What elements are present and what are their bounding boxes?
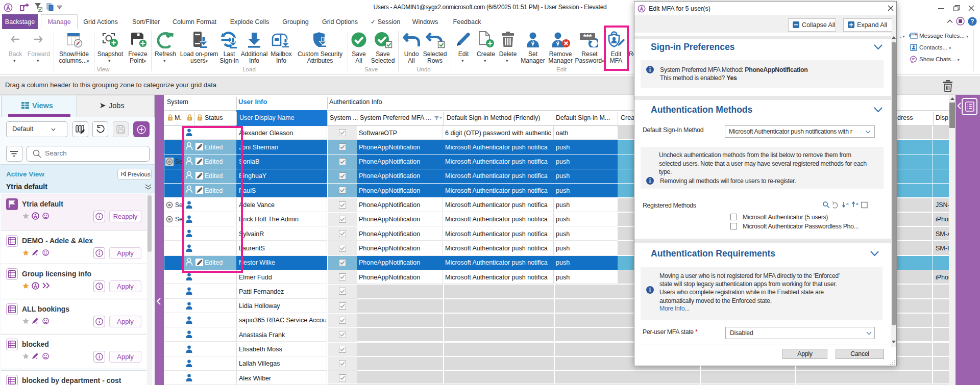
svg-text:a: a (846, 201, 849, 206)
svg-text:***: *** (583, 33, 592, 41)
svg-text:a: a (856, 201, 859, 206)
svg-text:?: ? (970, 18, 974, 25)
